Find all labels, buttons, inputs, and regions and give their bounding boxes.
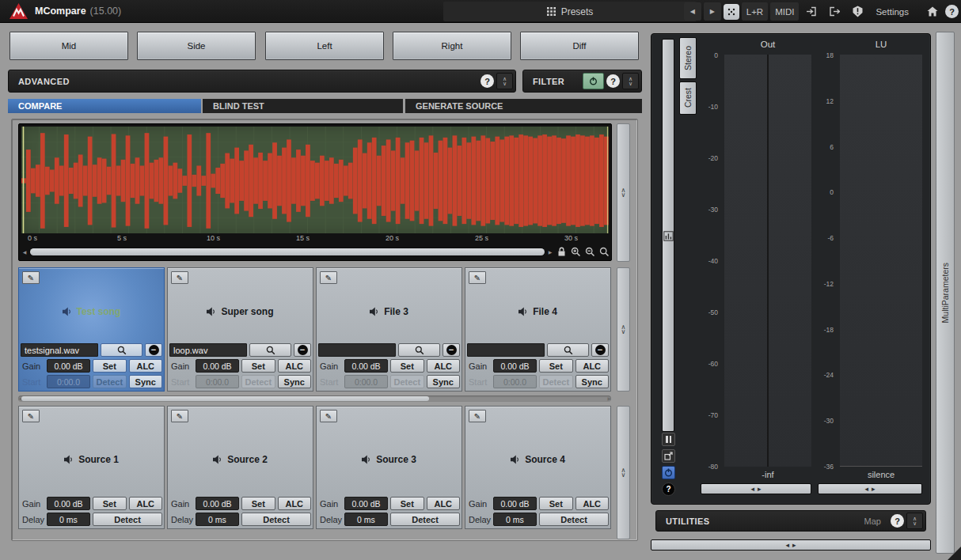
zoom-fit-button[interactable] <box>598 246 610 258</box>
presets-button[interactable]: Presets <box>443 2 697 21</box>
map-button[interactable]: Map <box>864 516 881 526</box>
bottom-range-slider[interactable]: ◂▸ <box>651 539 931 551</box>
detect-button[interactable]: Detect <box>241 513 311 526</box>
detect-button[interactable]: Detect <box>390 375 424 388</box>
delay-value[interactable]: 0 ms <box>493 513 537 526</box>
set-button[interactable]: Set <box>241 497 275 510</box>
scroll-left-icon[interactable]: ◀ <box>21 249 28 255</box>
utilities-collapse-button[interactable]: ∧∨ <box>906 513 923 529</box>
remove-button[interactable]: − <box>145 343 162 357</box>
channel-button-left[interactable]: Left <box>265 32 384 60</box>
file-slot-2[interactable]: ✎ Super song loop.wav − Gain 0.00 dB Set <box>167 267 313 392</box>
detect-button[interactable]: Detect <box>93 513 162 526</box>
slots-scrollbar[interactable]: ◀ ▶ <box>18 395 611 402</box>
out-meter-range-slider[interactable]: ◂▸ <box>701 483 811 494</box>
alc-button[interactable]: ALC <box>427 497 461 510</box>
zoom-out-button[interactable] <box>583 246 596 258</box>
filename-field[interactable]: testsignal.wav <box>21 343 98 357</box>
scrollbar-handle[interactable] <box>30 248 545 255</box>
gain-value[interactable]: 0.00 dB <box>344 359 388 373</box>
start-value[interactable]: 0:00.0 <box>196 375 239 388</box>
gain-value[interactable]: 0.00 dB <box>493 497 537 510</box>
edit-pencil-icon[interactable]: ✎ <box>22 410 40 422</box>
out-meter[interactable] <box>724 55 811 467</box>
source-slot-1[interactable]: ✎ Source 1 Gain 0.00 dB Set ALC Delay 0 … <box>18 406 165 529</box>
edit-pencil-icon[interactable]: ✎ <box>320 271 337 284</box>
alc-button[interactable]: ALC <box>427 359 461 373</box>
delay-value[interactable]: 0 ms <box>344 513 388 526</box>
help-button[interactable]: ? <box>945 5 959 18</box>
detect-button[interactable]: Detect <box>539 513 609 526</box>
zoom-in-button[interactable] <box>569 246 582 258</box>
edit-pencil-icon[interactable]: ✎ <box>171 410 188 422</box>
next-preset-button[interactable]: ▶ <box>704 2 721 21</box>
tab-compare[interactable]: COMPARE <box>8 99 201 113</box>
tab-blind-test[interactable]: BLIND TEST <box>203 99 403 113</box>
alc-button[interactable]: ALC <box>129 497 163 510</box>
remove-button[interactable]: − <box>443 343 460 357</box>
alc-button[interactable]: ALC <box>278 497 312 510</box>
edit-pencil-icon[interactable]: ✎ <box>171 271 188 284</box>
file-slots-resize-handle[interactable]: ∧∨ <box>617 267 630 392</box>
channel-mode-button[interactable]: L+R <box>742 2 768 21</box>
set-button[interactable]: Set <box>539 497 573 510</box>
gain-value[interactable]: 0.00 dB <box>493 359 537 373</box>
export-button[interactable] <box>824 2 845 21</box>
alc-button[interactable]: ALC <box>575 359 610 373</box>
utilities-help-button[interactable]: ? <box>891 514 904 528</box>
file-slot-4[interactable]: ✎ File 4 − Gain 0.00 dB Set ALC <box>465 267 611 392</box>
filename-field[interactable] <box>318 343 396 357</box>
filter-collapse-button[interactable]: ∧∨ <box>622 73 639 89</box>
channel-button-mid[interactable]: Mid <box>9 32 128 60</box>
utilities-bar[interactable]: UTILITIES Map ? ∧∨ <box>655 510 926 532</box>
waveform-resize-handle[interactable]: ∧∨ <box>617 123 630 262</box>
delay-value[interactable]: 0 ms <box>196 513 239 526</box>
advanced-help-button[interactable]: ? <box>480 74 494 88</box>
browse-button[interactable] <box>547 343 589 357</box>
import-button[interactable] <box>801 2 822 21</box>
detect-button[interactable]: Detect <box>241 375 275 388</box>
filename-field[interactable]: loop.wav <box>169 343 247 357</box>
scrollbar-handle[interactable] <box>21 396 429 401</box>
detach-button[interactable] <box>662 449 675 463</box>
alc-button[interactable]: ALC <box>575 497 610 510</box>
gain-value[interactable]: 0.00 dB <box>47 359 90 373</box>
waveform-scrollbar[interactable] <box>29 248 545 256</box>
sync-button[interactable]: Sync <box>575 375 610 388</box>
source-slot-2[interactable]: ✎ Source 2 Gain 0.00 dB Set ALC Delay 0 … <box>167 406 313 529</box>
channel-button-side[interactable]: Side <box>137 32 256 60</box>
source-slots-resize-handle[interactable]: ∧∨ <box>617 406 630 539</box>
gain-value[interactable]: 0.00 dB <box>344 497 388 510</box>
meters-help-button[interactable]: ? <box>662 482 675 496</box>
set-button[interactable]: Set <box>539 359 573 373</box>
settings-button[interactable]: Settings <box>871 2 914 21</box>
scroll-right-icon[interactable]: ▶ <box>547 249 553 255</box>
lock-button[interactable] <box>555 246 568 258</box>
remove-button[interactable]: − <box>591 343 609 357</box>
source-slot-3[interactable]: ✎ Source 3 Gain 0.00 dB Set ALC Delay 0 … <box>316 406 462 529</box>
filter-power-button[interactable] <box>583 73 604 89</box>
lu-meter-range-slider[interactable]: ◂▸ <box>818 483 922 494</box>
gain-value[interactable]: 0.00 dB <box>196 359 239 373</box>
edit-pencil-icon[interactable]: ✎ <box>22 271 40 284</box>
browse-button[interactable] <box>398 343 440 357</box>
set-button[interactable]: Set <box>390 359 424 373</box>
sync-button[interactable]: Sync <box>427 375 461 388</box>
start-value[interactable]: 0:00.0 <box>47 375 90 388</box>
pause-button[interactable] <box>662 433 675 446</box>
meter-zoom-slider[interactable] <box>662 39 674 432</box>
detect-button[interactable]: Detect <box>539 375 573 388</box>
gain-value[interactable]: 0.00 dB <box>47 497 90 510</box>
edit-pencil-icon[interactable]: ✎ <box>320 410 337 422</box>
filter-help-button[interactable]: ? <box>606 74 620 88</box>
scroll-right-icon[interactable]: ▶ <box>607 395 611 402</box>
channel-button-right[interactable]: Right <box>393 32 511 60</box>
set-button[interactable]: Set <box>93 497 127 510</box>
filter-bar[interactable]: FILTER ? ∧∨ <box>522 70 642 93</box>
browse-button[interactable] <box>249 343 291 357</box>
gain-value[interactable]: 0.00 dB <box>196 497 239 510</box>
random-preset-button[interactable] <box>724 4 739 20</box>
home-button[interactable] <box>922 2 943 21</box>
edit-pencil-icon[interactable]: ✎ <box>469 271 486 284</box>
start-value[interactable]: 0:00.0 <box>344 375 388 388</box>
